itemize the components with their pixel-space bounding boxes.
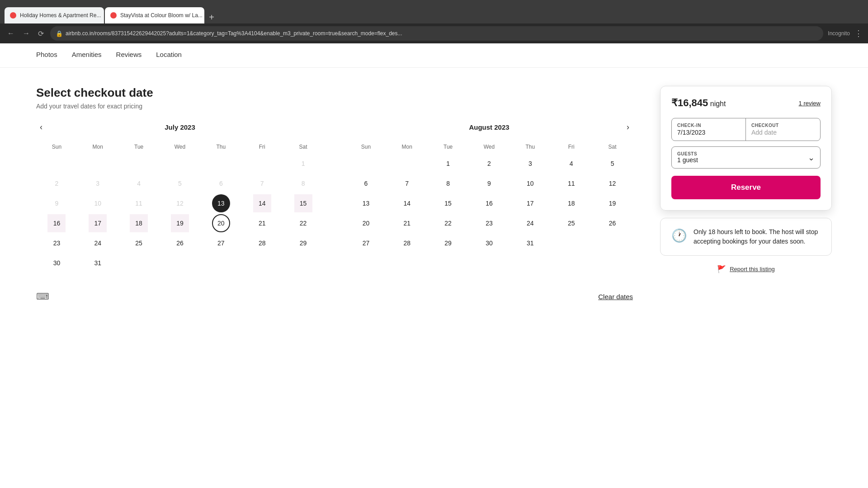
day-cell: 4 xyxy=(130,174,148,192)
new-tab-button[interactable]: + xyxy=(205,11,218,23)
day-header: Wed xyxy=(469,140,510,154)
tab-1[interactable]: Holiday Homes & Apartment Re... ✕ xyxy=(5,7,104,23)
review-link[interactable]: 1 review xyxy=(799,100,821,107)
prev-month-button[interactable]: ‹ xyxy=(36,121,46,134)
address-bar[interactable]: 🔒 airbnb.co.in/rooms/837315422629442025?… xyxy=(50,26,823,41)
tab-2[interactable]: StayVista at Colour Bloom w/ La... ✕ xyxy=(105,7,204,23)
nav-photos[interactable]: Photos xyxy=(36,51,57,60)
day-cell[interactable]: 18 xyxy=(562,194,580,212)
day-cell[interactable]: 9 xyxy=(480,174,498,192)
day-cell[interactable]: 5 xyxy=(604,155,622,173)
refresh-button[interactable]: ⟳ xyxy=(36,28,46,40)
checkin-field[interactable]: CHECK-IN 7/13/2023 xyxy=(672,118,746,141)
day-cell[interactable]: 20 xyxy=(357,214,375,232)
day-cell[interactable]: 14 xyxy=(398,194,416,212)
day-cell[interactable]: 30 xyxy=(47,254,66,272)
page-title: Select checkout date xyxy=(36,86,633,100)
calendar-august: August 2023 › SunMonTueWedThuFriSat12345… xyxy=(345,123,633,253)
day-cell[interactable]: 29 xyxy=(294,234,312,252)
day-header: Thu xyxy=(200,140,241,154)
day-cell[interactable]: 22 xyxy=(439,214,457,232)
clock-icon: 🕐 xyxy=(671,228,687,243)
report-row: 🚩 Report this listing xyxy=(660,265,832,273)
day-cell[interactable]: 24 xyxy=(89,234,107,252)
day-cell: 6 xyxy=(212,174,230,192)
empty-day xyxy=(604,234,622,252)
day-header: Fri xyxy=(241,140,283,154)
day-cell[interactable]: 14 xyxy=(253,194,271,212)
day-cell[interactable]: 24 xyxy=(521,214,539,232)
day-cell[interactable]: 21 xyxy=(253,214,271,232)
day-cell[interactable]: 23 xyxy=(480,214,498,232)
day-cell: 9 xyxy=(47,194,66,212)
day-cell[interactable]: 23 xyxy=(47,234,66,252)
day-cell[interactable]: 17 xyxy=(521,194,539,212)
day-cell[interactable]: 28 xyxy=(398,234,416,252)
day-cell[interactable]: 15 xyxy=(294,194,312,212)
empty-day xyxy=(130,155,148,173)
day-cell[interactable]: 22 xyxy=(294,214,312,232)
day-cell[interactable]: 30 xyxy=(480,234,498,252)
july-month-label: July 2023 xyxy=(165,123,195,131)
day-cell[interactable]: 16 xyxy=(47,214,66,232)
day-cell[interactable]: 10 xyxy=(521,174,539,192)
day-cell[interactable]: 1 xyxy=(439,155,457,173)
day-cell[interactable]: 6 xyxy=(357,174,375,192)
calendar-july: ‹ July 2023 SunMonTueWedThuFriSat1234567… xyxy=(36,123,324,273)
day-cell[interactable]: 16 xyxy=(480,194,498,212)
day-cell[interactable]: 20 xyxy=(212,214,230,232)
more-button[interactable]: ⋮ xyxy=(854,28,863,38)
day-cell[interactable]: 19 xyxy=(604,194,622,212)
day-cell[interactable]: 26 xyxy=(604,214,622,232)
nav-amenities[interactable]: Amenities xyxy=(72,51,102,60)
day-cell[interactable]: 8 xyxy=(439,174,457,192)
day-cell[interactable]: 25 xyxy=(130,234,148,252)
day-cell[interactable]: 13 xyxy=(357,194,375,212)
next-month-button[interactable]: › xyxy=(623,121,633,134)
day-cell[interactable]: 27 xyxy=(212,234,230,252)
day-cell[interactable]: 19 xyxy=(171,214,189,232)
day-header: Sat xyxy=(283,140,324,154)
report-listing-link[interactable]: Report this listing xyxy=(730,266,775,272)
guests-field[interactable]: GUESTS 1 guest ⌄ xyxy=(671,146,821,169)
day-cell[interactable]: 25 xyxy=(562,214,580,232)
checkin-value: 7/13/2023 xyxy=(677,129,740,136)
tab-1-label: Holiday Homes & Apartment Re... xyxy=(20,12,101,19)
day-cell[interactable]: 11 xyxy=(562,174,580,192)
back-button[interactable]: ← xyxy=(5,28,16,39)
day-cell: 1 xyxy=(294,155,312,173)
day-cell[interactable]: 31 xyxy=(89,254,107,272)
day-cell[interactable]: 27 xyxy=(357,234,375,252)
day-cell[interactable]: 12 xyxy=(604,174,622,192)
keyboard-icon: ⌨ xyxy=(36,291,49,302)
day-cell[interactable]: 28 xyxy=(253,234,271,252)
day-cell[interactable]: 15 xyxy=(439,194,457,212)
day-cell[interactable]: 4 xyxy=(562,155,580,173)
checkout-field[interactable]: CHECKOUT Add date xyxy=(746,118,820,141)
address-text: airbnb.co.in/rooms/837315422629442025?ad… xyxy=(66,30,402,37)
empty-day xyxy=(253,254,271,272)
day-cell[interactable]: 2 xyxy=(480,155,498,173)
day-header: Sun xyxy=(345,140,387,154)
day-cell[interactable]: 7 xyxy=(398,174,416,192)
forward-button[interactable]: → xyxy=(21,28,32,39)
checkin-label: CHECK-IN xyxy=(677,123,740,128)
day-cell[interactable]: 31 xyxy=(521,234,539,252)
day-cell[interactable]: 18 xyxy=(130,214,148,232)
day-cell[interactable]: 21 xyxy=(398,214,416,232)
day-cell[interactable]: 29 xyxy=(439,234,457,252)
nav-reviews[interactable]: Reviews xyxy=(116,51,142,60)
day-cell: 11 xyxy=(130,194,148,212)
day-cell[interactable]: 26 xyxy=(171,234,189,252)
clear-dates-button[interactable]: Clear dates xyxy=(598,293,633,300)
calendar-august-header: August 2023 › xyxy=(345,123,633,131)
day-cell[interactable]: 13 xyxy=(212,194,230,212)
empty-day xyxy=(253,155,271,173)
day-cell[interactable]: 3 xyxy=(521,155,539,173)
reserve-button[interactable]: Reserve xyxy=(671,176,821,199)
guests-value: 1 guest xyxy=(677,156,698,164)
day-cell[interactable]: 17 xyxy=(89,214,107,232)
address-bar-row: ← → ⟳ 🔒 airbnb.co.in/rooms/8373154226294… xyxy=(0,23,868,43)
july-grid: SunMonTueWedThuFriSat1234567891011121314… xyxy=(36,140,324,273)
nav-location[interactable]: Location xyxy=(156,51,182,60)
